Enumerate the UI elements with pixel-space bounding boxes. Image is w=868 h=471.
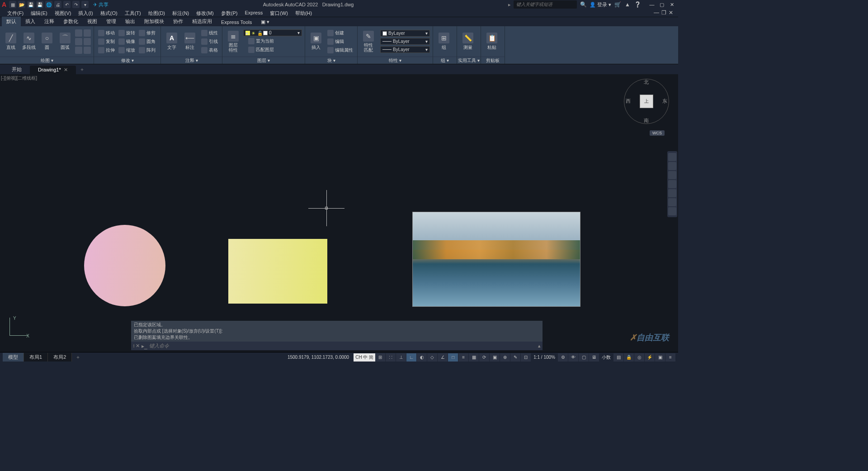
mirror-button[interactable]: 镜像 [117, 38, 137, 45]
scale-button[interactable]: 缩放 [117, 47, 137, 54]
otrack-toggle[interactable]: ∠ [438, 353, 448, 362]
cart-icon[interactable]: 🛒 [614, 1, 621, 8]
ribbon-tab-express[interactable]: Express Tools [217, 18, 256, 26]
view-controls[interactable]: [-][俯视][二维线框] [1, 75, 37, 81]
annoviz-toggle[interactable]: 👁 [568, 353, 578, 362]
new-tab-button[interactable]: ＋ [76, 65, 88, 74]
snap-toggle[interactable]: ⸬ [386, 353, 396, 362]
ribbon-tab-annotate[interactable]: 注释 [40, 17, 59, 26]
layout-tab-model[interactable]: 模型 [3, 353, 24, 362]
text-button[interactable]: A文字 [164, 29, 180, 54]
color-combo[interactable]: ByLayer▾ [380, 30, 430, 37]
ribbon-tab-insert[interactable]: 插入 [21, 17, 40, 26]
line-button[interactable]: ╱直线 [3, 29, 19, 54]
nav-fullnav-icon[interactable] [668, 153, 676, 161]
isodraft-toggle[interactable]: ◇ [427, 353, 437, 362]
qat-open-icon[interactable]: 📂 [18, 1, 25, 8]
menu-format[interactable]: 格式(O) [97, 9, 121, 17]
menu-help[interactable]: 帮助(H) [292, 9, 316, 17]
menu-view[interactable]: 视图(V) [51, 9, 75, 17]
login-button[interactable]: 👤 登录 ▾ [590, 1, 611, 8]
arc-button[interactable]: ⌒圆弧 [57, 29, 73, 54]
clean-toggle[interactable]: ▣ [655, 353, 665, 362]
3dosnap-toggle[interactable]: ▣ [490, 353, 500, 362]
cmd-close-icon[interactable]: ✕ [136, 343, 140, 349]
panel-group-title[interactable]: 组 ▾ [433, 57, 457, 64]
copy-button[interactable]: 复制 [97, 38, 116, 45]
point-icon[interactable] [75, 47, 82, 54]
matchprop-button[interactable]: ✎特性 匹配 [360, 29, 377, 54]
create-block-button[interactable]: 创建 [326, 29, 354, 37]
scale-display[interactable]: 1:1 / 100% [531, 355, 558, 360]
panel-util-title[interactable]: 实用工具 ▾ [457, 57, 481, 64]
qat-new-icon[interactable]: ▦ [9, 1, 16, 8]
dyn-toggle[interactable]: ⊕ [500, 353, 510, 362]
qat-web-icon[interactable]: 🌐 [45, 1, 52, 8]
drawing-circle[interactable] [84, 225, 165, 306]
doc-restore-button[interactable]: ❐ [660, 9, 667, 16]
search-icon[interactable]: 🔍 [580, 1, 587, 8]
menu-file[interactable]: 文件(F) [4, 9, 27, 17]
menu-tools[interactable]: 工具(T) [121, 9, 145, 17]
close-button[interactable]: ✕ [667, 1, 676, 8]
cycling-toggle[interactable]: ⟳ [479, 353, 489, 362]
grid-toggle[interactable]: ⊞ [375, 353, 385, 362]
makecurrent-button[interactable]: 置为当前 [247, 38, 275, 45]
layout-tab-1[interactable]: 布局1 [24, 353, 48, 362]
ribbon-tab-more[interactable]: ▣ ▾ [256, 18, 274, 26]
circle-button[interactable]: ○圆 [39, 29, 55, 54]
search-input[interactable]: 键入关键字或短语 [514, 0, 577, 9]
doc-tab-drawing1[interactable]: Drawing1*✕ [30, 66, 76, 74]
panel-layer-title[interactable]: 图层 ▾ [222, 57, 305, 64]
menu-modify[interactable]: 修改(M) [193, 9, 217, 17]
share-button[interactable]: ✈ 共享 [93, 1, 108, 8]
customize-toggle[interactable]: ≡ [665, 353, 675, 362]
nav-pan-icon[interactable] [668, 162, 676, 170]
layout-tab-2[interactable]: 布局2 [48, 353, 72, 362]
lock-ui-toggle[interactable]: 🔒 [624, 353, 634, 362]
nav-more-icon[interactable] [668, 198, 676, 206]
drawing-image[interactable] [412, 212, 580, 307]
ribbon-tab-featured[interactable]: 精选应用 [188, 17, 217, 26]
viewcube-top[interactable]: 上 [640, 95, 653, 108]
array-button[interactable]: 阵列 [137, 47, 157, 54]
nav-zoom-icon[interactable] [668, 171, 676, 179]
ws-toggle[interactable]: ▢ [579, 353, 589, 362]
compass-south[interactable]: 南 [644, 117, 649, 124]
doc-close-button[interactable]: ✕ [667, 9, 675, 16]
doc-tab-start[interactable]: 开始 [4, 65, 30, 74]
linetype-combo[interactable]: ByLayer▾ [380, 46, 430, 53]
wcs-label[interactable]: WCS [650, 130, 665, 136]
qat-undo-icon[interactable]: ↶ [63, 1, 71, 8]
fillet-button[interactable]: 圆角 [137, 38, 157, 45]
hwacc-toggle[interactable]: ⚡ [645, 353, 655, 362]
polar-toggle[interactable]: ◐ [417, 353, 427, 362]
units-display[interactable]: 小数 [599, 354, 613, 361]
qat-save-icon[interactable]: 💾 [27, 1, 34, 8]
menu-edit[interactable]: 编辑(E) [27, 9, 51, 17]
menu-insert[interactable]: 插入(I) [75, 9, 96, 17]
doc-minimize-button[interactable]: — [653, 9, 660, 16]
menu-express[interactable]: Express [241, 9, 266, 17]
nav-orbit-icon[interactable] [668, 180, 676, 188]
ribbon-tab-view[interactable]: 视图 [83, 17, 102, 26]
panel-modify-title[interactable]: 修改 ▾ [94, 57, 160, 64]
cmd-menu-icon[interactable]: ▴ [538, 343, 541, 349]
isolate-toggle[interactable]: ◎ [634, 353, 644, 362]
ellipse-icon[interactable] [75, 38, 82, 45]
layer-combo[interactable]: ● ☀ 🔓 0 ▾ [243, 29, 302, 36]
rect-icon[interactable] [75, 29, 82, 37]
lineweight-combo[interactable]: ByLayer▾ [380, 38, 430, 45]
minimize-button[interactable]: — [647, 1, 656, 8]
ortho-toggle[interactable]: ∟ [406, 353, 416, 362]
edit-attr-button[interactable]: 编辑属性 [326, 47, 354, 54]
ribbon-tab-output[interactable]: 输出 [121, 17, 140, 26]
qp-toggle[interactable]: ✎ [510, 353, 520, 362]
compass-east[interactable]: 东 [662, 98, 667, 105]
layer-props-button[interactable]: ≣图层 特性 [225, 29, 241, 54]
compass-west[interactable]: 西 [626, 98, 631, 105]
osnap-toggle[interactable]: □ [448, 353, 458, 362]
insert-block-button[interactable]: ▣插入 [308, 29, 324, 54]
panel-annot-title[interactable]: 注释 ▾ [161, 57, 222, 64]
qat-dropdown-icon[interactable]: ▾ [81, 1, 89, 8]
